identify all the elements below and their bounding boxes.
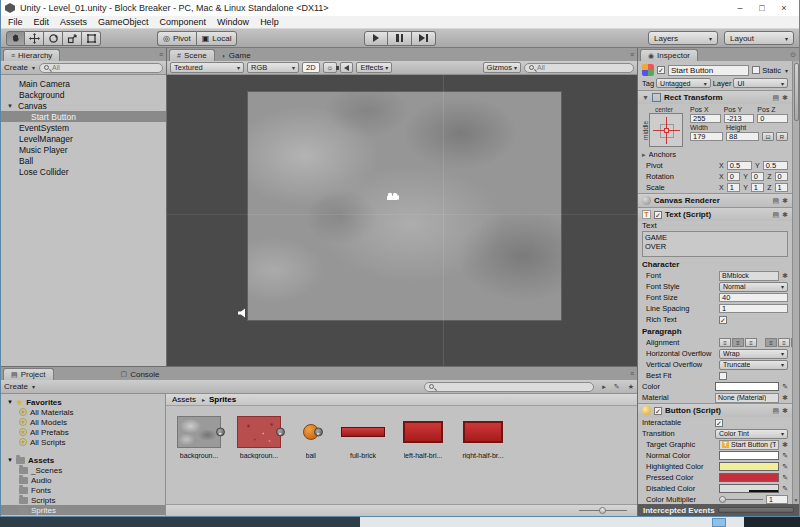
draw-mode-dropdown[interactable]: Textured ▾ xyxy=(170,62,244,73)
layers-dropdown[interactable]: Layers ▾ xyxy=(648,31,718,45)
expand-badge-icon[interactable]: ▸ xyxy=(276,428,285,437)
favorite-search-icon[interactable]: ★ xyxy=(628,383,634,391)
folder-audio[interactable]: Audio xyxy=(1,475,165,485)
align-right-button[interactable]: ≡ xyxy=(745,338,757,347)
line-spacing-input[interactable]: 1 xyxy=(719,304,788,313)
align-top-button[interactable]: ≡ xyxy=(765,338,777,347)
disabled-color-swatch[interactable] xyxy=(719,484,779,493)
align-left-button[interactable]: ≡ xyxy=(719,338,731,347)
gizmos-dropdown[interactable]: Gizmos ▾ xyxy=(483,62,521,73)
align-middle-button[interactable]: ≡ xyxy=(778,338,790,347)
best-fit-checkbox[interactable] xyxy=(719,372,727,380)
slider-knob[interactable] xyxy=(719,496,726,503)
eyedropper-icon[interactable]: ✎ xyxy=(782,485,788,493)
foldout-icon[interactable]: ▼ xyxy=(7,103,15,109)
hierarchy-item-levelmanager[interactable]: LevelManager xyxy=(1,133,166,144)
canvas-renderer-header[interactable]: Canvas Renderer ▤ ✱ xyxy=(638,194,792,207)
background-sprite[interactable] xyxy=(248,92,561,320)
pivot-toggle-button[interactable]: ◎ Pivot xyxy=(157,31,196,46)
hierarchy-item-canvas[interactable]: ▼Canvas xyxy=(1,100,166,111)
rotation-z-input[interactable]: 0 xyxy=(775,172,788,181)
maximize-button[interactable]: □ xyxy=(751,1,773,15)
hierarchy-create-button[interactable]: Create ▾ xyxy=(4,63,35,72)
play-button[interactable] xyxy=(364,31,388,46)
font-object-field[interactable]: BMblock xyxy=(719,271,779,281)
audio-source-gizmo-icon[interactable] xyxy=(237,305,249,323)
panel-menu-icon[interactable]: ≡ xyxy=(159,51,163,58)
gear-icon[interactable]: ✱ xyxy=(782,272,788,280)
foldout-icon[interactable]: ▼ xyxy=(7,457,13,463)
tab-scene[interactable]: # Scene xyxy=(169,49,215,61)
layout-dropdown[interactable]: Layout ▾ xyxy=(724,31,794,45)
hierarchy-item-ball[interactable]: Ball xyxy=(1,155,166,166)
menu-assets[interactable]: Assets xyxy=(60,17,87,27)
lock-icon[interactable]: ⊙ xyxy=(790,51,796,59)
panel-menu-icon[interactable]: ≡ xyxy=(630,370,634,377)
button-enabled-checkbox[interactable]: ✓ xyxy=(654,407,662,415)
2d-toggle-button[interactable]: 2D xyxy=(302,62,320,73)
tab-inspector[interactable]: ◉ Inspector xyxy=(640,49,698,61)
hierarchy-search-input[interactable]: All xyxy=(39,63,163,73)
rotation-y-input[interactable]: 0 xyxy=(751,172,764,181)
panel-menu-icon[interactable]: ≡ xyxy=(630,51,634,58)
rect-transform-header[interactable]: ▼ Rect Transform ▤ ✱ xyxy=(638,91,792,104)
anchors-foldout[interactable]: ▸ Anchors xyxy=(638,149,792,160)
project-search-input[interactable] xyxy=(424,382,594,392)
expand-badge-icon[interactable]: ▸ xyxy=(216,428,225,437)
scrollbar-thumb[interactable] xyxy=(794,63,799,121)
height-input[interactable]: 88 xyxy=(726,132,759,141)
hierarchy-item-start-button[interactable]: Start Button xyxy=(1,111,166,122)
foldout-icon[interactable]: ▼ xyxy=(642,94,649,101)
font-style-dropdown[interactable]: Normal▾ xyxy=(719,282,788,292)
scale-y-input[interactable]: 1 xyxy=(751,183,764,192)
gear-icon[interactable]: ✱ xyxy=(782,197,788,205)
asset-background-red[interactable]: ▸ backgroun... xyxy=(236,416,282,459)
gear-icon[interactable]: ✱ xyxy=(782,441,788,449)
book-icon[interactable]: ▤ xyxy=(773,211,780,219)
static-checkbox[interactable] xyxy=(752,66,760,74)
minimize-button[interactable]: – xyxy=(729,1,751,15)
breadcrumb-assets[interactable]: Assets xyxy=(172,395,196,404)
favorite-all-materials[interactable]: ★All Materials xyxy=(1,407,165,417)
scene-search-input[interactable]: All xyxy=(524,63,634,73)
hierarchy-item-eventsystem[interactable]: EventSystem xyxy=(1,122,166,133)
pivot-y-input[interactable]: 0.5 xyxy=(763,161,788,170)
assets-root[interactable]: ▼ Assets xyxy=(1,455,165,465)
favorite-all-prefabs[interactable]: ★All Prefabs xyxy=(1,427,165,437)
book-icon[interactable]: ▤ xyxy=(773,197,780,205)
tab-project[interactable]: ▤ Project xyxy=(3,368,54,380)
horizontal-overflow-dropdown[interactable]: Wrap▾ xyxy=(719,349,788,359)
step-button[interactable] xyxy=(412,31,436,46)
expand-badge-icon[interactable]: ▸ xyxy=(314,428,323,437)
pressed-color-swatch[interactable] xyxy=(719,473,779,482)
asset-left-half-brick[interactable]: left-half-bri... xyxy=(400,416,446,459)
asset-background-gray[interactable]: ▸ backgroun... xyxy=(176,416,222,459)
book-icon[interactable]: ▤ xyxy=(773,407,780,415)
pause-button[interactable] xyxy=(388,31,412,46)
folder-sprites[interactable]: Sprites xyxy=(1,505,165,515)
tab-hierarchy[interactable]: ≡ Hierarchy xyxy=(3,49,60,61)
color-mode-dropdown[interactable]: RGB ▾ xyxy=(247,62,299,73)
local-toggle-button[interactable]: ▣ Local xyxy=(196,31,238,46)
project-create-button[interactable]: Create ▾ xyxy=(4,382,35,391)
scale-x-input[interactable]: 1 xyxy=(727,183,740,192)
scale-tool-button[interactable] xyxy=(63,31,82,46)
breadcrumb-sprites[interactable]: Sprites xyxy=(209,395,236,404)
interactable-checkbox[interactable]: ✓ xyxy=(715,419,723,427)
search-by-label-icon[interactable]: ✎ xyxy=(614,383,620,391)
rect-tool-button[interactable] xyxy=(82,31,101,46)
chevron-down-icon[interactable]: ▾ xyxy=(785,67,788,74)
intercepted-events-bar[interactable]: Intercepted Events xyxy=(638,504,799,516)
text-enabled-checkbox[interactable]: ✓ xyxy=(654,211,662,219)
eyedropper-icon[interactable]: ✎ xyxy=(782,383,788,391)
menu-gameobject[interactable]: GameObject xyxy=(98,17,149,27)
anchor-preset-widget[interactable] xyxy=(649,113,683,147)
blueprint-mode-button[interactable]: ⊡ xyxy=(762,132,774,141)
foldout-icon[interactable]: ▼ xyxy=(7,399,13,405)
color-multiplier-value[interactable]: 1 xyxy=(766,495,788,504)
button-script-header[interactable]: ✓ Button (Script) ▤ ✱ xyxy=(638,404,792,417)
asset-full-brick[interactable]: full-brick xyxy=(340,416,386,459)
material-object-field[interactable]: None (Material) xyxy=(715,393,779,403)
gear-icon[interactable]: ✱ xyxy=(782,94,788,102)
pos-x-input[interactable]: 255 xyxy=(690,114,721,123)
